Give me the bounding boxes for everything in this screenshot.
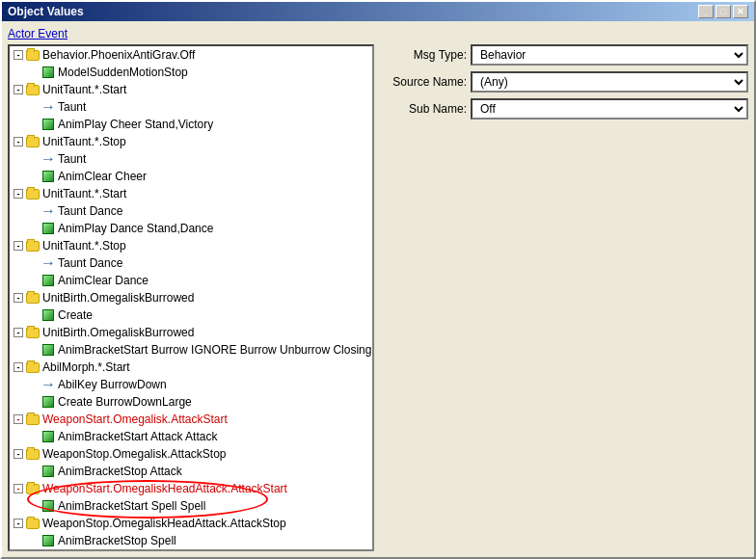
- tree-item[interactable]: AnimClear Dance: [10, 272, 372, 289]
- collapse-icon[interactable]: -: [14, 241, 23, 251]
- folder-icon: [25, 238, 40, 253]
- tree-item[interactable]: -UnitTaunt.*.Start: [10, 185, 372, 202]
- tree-item[interactable]: →AbilKey BurrowDown: [10, 376, 372, 393]
- close-button[interactable]: ✕: [733, 5, 748, 18]
- tree-item[interactable]: -UnitTaunt.*.Stop: [10, 133, 372, 150]
- content-area: -Behavior.PhoenixAntiGrav.OffModelSudden…: [8, 44, 748, 551]
- tree-item-text: AnimClear Dance: [58, 274, 148, 287]
- arrow-icon: →: [40, 203, 56, 219]
- collapse-icon[interactable]: -: [14, 519, 23, 528]
- msg-type-select-wrapper: Behavior Unit Animation: [471, 44, 748, 66]
- tree-item[interactable]: AnimPlay Dance Stand,Dance: [10, 220, 372, 237]
- green-cube-icon: [40, 169, 56, 184]
- tree-item[interactable]: -WeaponStop.OmegaliskHeadAttack.AttackSt…: [10, 515, 372, 532]
- tree-item[interactable]: -AbilMorph.*.Start: [10, 359, 372, 376]
- tree-item[interactable]: →Taunt Dance: [10, 202, 372, 220]
- collapse-icon[interactable]: -: [14, 137, 23, 146]
- green-cube-icon: [40, 394, 56, 410]
- folder-icon: [25, 412, 40, 427]
- tree-item-text: AnimBracketStart Burrow IGNORE Burrow Un…: [58, 343, 372, 357]
- tree-item-text: UnitTaunt.*.Stop: [42, 239, 126, 253]
- collapse-icon[interactable]: -: [14, 85, 23, 94]
- tree-item[interactable]: AnimBracketStop Attack: [10, 463, 372, 480]
- tree-item-text: Behavior.PhoenixAntiGrav.Off: [42, 48, 195, 62]
- tree-item[interactable]: -UnitTaunt.*.Stop: [10, 237, 372, 254]
- tree-item-text: WeaponStop.OmegaliskHeadAttack.AttackSto…: [42, 517, 286, 530]
- tree-item-text: UnitTaunt.*.Stop: [42, 135, 126, 148]
- folder-icon: [25, 359, 40, 375]
- source-name-row: Source Name: (Any): [380, 71, 748, 93]
- tree-item-text: Taunt: [58, 152, 86, 166]
- collapse-icon[interactable]: -: [14, 449, 23, 459]
- dialog-title: Object Values: [8, 5, 84, 18]
- arrow-icon: →: [40, 377, 56, 392]
- tree-item[interactable]: AnimBracketStart Spell Spell: [10, 497, 372, 515]
- tree-item[interactable]: →Taunt: [10, 98, 372, 116]
- tree-item-text: Create: [58, 308, 93, 322]
- tree-item[interactable]: ModelSuddenMotionStop: [10, 64, 372, 81]
- tree-item[interactable]: -Behavior.PhoenixAntiGrav.Off: [10, 46, 372, 64]
- tree-item-text: AbilMorph.*.Start: [42, 360, 130, 374]
- collapse-icon[interactable]: -: [14, 189, 23, 199]
- tree-item-text: ModelSuddenMotionStop: [58, 66, 188, 79]
- tree-item[interactable]: Create: [10, 306, 372, 324]
- collapse-icon[interactable]: -: [14, 50, 23, 60]
- msg-type-label: Msg Type:: [380, 48, 467, 62]
- tree-item[interactable]: AnimBracketStart Attack Attack: [10, 428, 372, 445]
- tree-item-text: UnitTaunt.*.Start: [42, 83, 126, 96]
- collapse-icon[interactable]: -: [14, 414, 23, 424]
- green-cube-icon: [40, 429, 56, 444]
- tree-item[interactable]: Create BurrowDownLarge: [10, 393, 372, 411]
- tree-item[interactable]: AnimBracketStart Burrow IGNORE Burrow Un…: [10, 341, 372, 359]
- tree-item-text: AnimClear Cheer: [58, 170, 147, 183]
- collapse-icon[interactable]: -: [14, 484, 23, 493]
- tree-item[interactable]: →Taunt Dance: [10, 254, 372, 272]
- tree-item-text: AnimBracketStart Spell Spell: [58, 499, 205, 513]
- green-cube-icon: [40, 307, 56, 323]
- green-cube-icon: [40, 498, 56, 514]
- object-values-dialog: Object Values _ □ ✕ Actor Event -Behavio…: [0, 0, 756, 559]
- folder-icon: [25, 325, 40, 340]
- green-cube-icon: [40, 117, 56, 132]
- msg-type-row: Msg Type: Behavior Unit Animation: [380, 44, 748, 66]
- maximize-button[interactable]: □: [716, 5, 731, 18]
- tree-item-text: AnimPlay Dance Stand,Dance: [58, 222, 213, 235]
- tree-item-text: AbilKey BurrowDown: [58, 378, 167, 391]
- title-bar: Object Values _ □ ✕: [2, 2, 754, 21]
- msg-type-select[interactable]: Behavior Unit Animation: [471, 44, 748, 66]
- arrow-icon: →: [40, 99, 56, 115]
- collapse-icon[interactable]: -: [14, 362, 23, 372]
- tree-item[interactable]: -WeaponStop.Omegalisk.AttackStop: [10, 445, 372, 463]
- sub-name-select[interactable]: Off On: [471, 98, 748, 120]
- tree-item-text: WeaponStop.Omegalisk.AttackStop: [42, 447, 227, 461]
- tree-item-text: UnitBirth.OmegaliskBurrowed: [42, 291, 194, 305]
- tree-item[interactable]: →Taunt: [10, 150, 372, 168]
- actor-event-link[interactable]: Actor Event: [8, 27, 748, 40]
- folder-icon: [25, 82, 40, 97]
- tree-item-text: UnitTaunt.*.Start: [42, 187, 126, 200]
- source-name-select-wrapper: (Any): [471, 71, 748, 93]
- tree-scroll[interactable]: -Behavior.PhoenixAntiGrav.OffModelSudden…: [10, 46, 372, 549]
- sub-name-select-wrapper: Off On: [471, 98, 748, 120]
- tree-item[interactable]: AnimClear Cheer: [10, 168, 372, 185]
- green-cube-icon: [40, 65, 56, 80]
- collapse-icon[interactable]: -: [14, 328, 23, 337]
- minimize-button[interactable]: _: [698, 5, 714, 18]
- tree-item[interactable]: -WeaponStart.OmegaliskHeadAttack.AttackS…: [10, 480, 372, 497]
- tree-item[interactable]: AnimPlay Cheer Stand,Victory: [10, 116, 372, 133]
- tree-item[interactable]: -WeaponStart.Omegalisk.AttackStart: [10, 411, 372, 428]
- tree-panel: -Behavior.PhoenixAntiGrav.OffModelSudden…: [8, 44, 374, 551]
- source-name-select[interactable]: (Any): [471, 71, 748, 93]
- tree-item-text: AnimBracketStop Spell: [58, 534, 176, 547]
- tree-item[interactable]: -UnitBirth.OmegaliskBurrowed: [10, 324, 372, 341]
- green-cube-icon: [40, 221, 56, 236]
- green-cube-icon: [40, 464, 56, 479]
- green-cube-icon: [40, 533, 56, 548]
- collapse-icon[interactable]: -: [14, 293, 23, 303]
- folder-icon: [25, 47, 40, 63]
- tree-item-text: AnimBracketStop Attack: [58, 465, 182, 478]
- tree-item[interactable]: AnimBracketStop Spell: [10, 532, 372, 549]
- tree-item[interactable]: -UnitTaunt.*.Start: [10, 81, 372, 98]
- tree-item[interactable]: -UnitBirth.OmegaliskBurrowed: [10, 289, 372, 306]
- green-cube-icon: [40, 342, 56, 358]
